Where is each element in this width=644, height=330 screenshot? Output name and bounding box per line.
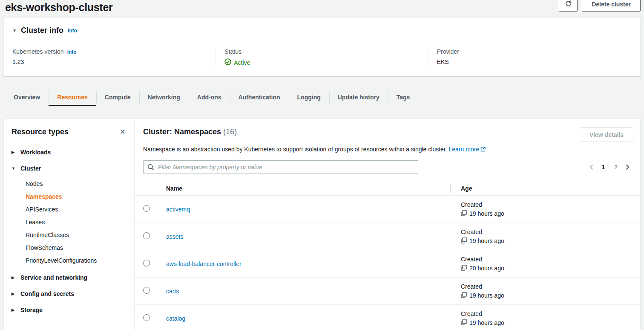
resource-item-nodes[interactable]: Nodes [12,177,126,190]
kubernetes-version-value: 1.23 [12,58,207,65]
column-header-age[interactable]: Age [450,185,640,192]
resource-item-runtimeclasses[interactable]: RuntimeClasses [12,229,126,241]
row-radio[interactable] [143,314,150,321]
created-label: Created [461,283,640,290]
group-header-cluster[interactable]: ▼ Cluster [12,160,126,177]
page-title: eks-workshop-cluster [5,1,112,14]
tab-overview[interactable]: Overview [5,88,49,106]
copy-icon[interactable] [461,265,467,272]
created-label: Created [461,256,640,263]
table-row-aws-load-balancer-controller: aws-load-balancer-controller Created 20 … [135,250,640,278]
group-label: Storage [20,307,43,313]
next-page-button[interactable] [625,164,630,171]
provider-label: Provider [437,48,459,55]
resource-item-apiservices[interactable]: APIServices [12,203,126,216]
provider-field: Provider EKS [428,48,640,67]
row-radio[interactable] [143,232,150,239]
page-number-2[interactable]: 2 [612,164,619,171]
tab-add-ons[interactable]: Add-ons [189,88,230,106]
resource-item-flowschemas[interactable]: FlowSchemas [12,241,126,254]
tab-compute[interactable]: Compute [96,88,139,106]
refresh-button[interactable] [559,0,578,12]
view-details-button[interactable]: View details [580,127,633,142]
namespace-link[interactable]: activemq [166,206,190,213]
namespaces-title: Cluster: Namespaces [143,127,221,136]
chevron-right-icon: ▶ [12,150,16,154]
group-cluster: ▼ Cluster Nodes Namespaces APIServices L… [12,160,126,269]
group-storage: ▶ Storage [12,302,126,318]
header-actions: Delete cluster [559,0,641,12]
refresh-icon [565,0,572,9]
table-header: Name Age [135,181,640,196]
resources-card: Resource types ✕ ▶ Workloads ▼ Cluster N… [3,119,641,330]
chevron-right-icon: ▶ [12,308,16,312]
tab-logging[interactable]: Logging [289,88,329,106]
table-row-assets: assets Created 19 hours ago [135,223,640,250]
created-label: Created [461,229,640,235]
copy-icon[interactable] [461,319,467,327]
row-radio[interactable] [143,260,150,266]
tab-authentication[interactable]: Authentication [230,88,289,106]
cluster-info-title: Cluster info [21,26,63,35]
resource-item-leases[interactable]: Leases [12,216,126,229]
copy-icon[interactable] [461,237,467,245]
age-value: 19 hours ago [469,210,504,217]
copy-icon[interactable] [461,292,467,299]
namespaces-description: Namespace is an abstraction used by Kube… [143,146,447,153]
provider-value: EKS [437,58,632,65]
status-label: Status [224,48,242,55]
tab-update-history[interactable]: Update history [329,88,388,106]
namespace-link[interactable]: carts [166,288,179,295]
group-header-service-and-networking[interactable]: ▶ Service and networking [12,269,126,286]
tab-resources[interactable]: Resources [49,88,96,106]
group-service-and-networking: ▶ Service and networking [12,269,126,286]
age-value: 20 hours ago [469,265,504,272]
age-value: 19 hours ago [469,292,504,299]
group-label: Service and networking [20,274,87,281]
chevron-down-icon: ▼ [12,166,16,171]
cluster-info-header: ▼ Cluster info Info [4,18,640,42]
chevron-right-icon: ▶ [12,275,16,280]
kubernetes-version-label: Kubernetes version [12,48,64,55]
table-row-activemq: activemq Created 19 hours ago [135,196,640,223]
column-header-name[interactable]: Name [166,185,450,192]
group-header-workloads[interactable]: ▶ Workloads [12,144,126,160]
age-value: 19 hours ago [469,237,504,244]
group-workloads: ▶ Workloads [12,144,126,160]
namespaces-count: (16) [223,127,237,136]
pagination: 1 2 [589,164,633,171]
page-number-1[interactable]: 1 [600,164,607,171]
namespace-link[interactable]: catalog [166,315,185,322]
learn-more-link[interactable]: Learn more [449,146,480,153]
delete-cluster-button[interactable]: Delete cluster [582,0,641,12]
namespaces-table: Name Age activemq Created 19 hours ago [135,181,640,330]
created-label: Created [461,310,640,317]
age-value: 19 hours ago [469,319,504,326]
page-header: eks-workshop-cluster Delete cluster [0,0,644,18]
table-row-carts: carts Created 19 hours ago [135,278,640,305]
collapse-caret-down-icon[interactable]: ▼ [12,28,17,33]
namespace-link[interactable]: assets [166,233,183,240]
copy-icon[interactable] [461,210,467,217]
group-header-config-and-secrets[interactable]: ▶ Config and secrets [12,286,126,302]
namespaces-panel: Cluster: Namespaces (16) View details Na… [135,119,640,330]
table-row-catalog: catalog Created 19 hours ago [135,305,640,330]
resource-item-prioritylevelconfigurations[interactable]: PriorityLevelConfigurations [12,254,126,267]
namespace-link[interactable]: aws-load-balancer-controller [166,261,242,267]
kubernetes-version-info-link[interactable]: Info [67,49,77,55]
eks-console-page: eks-workshop-cluster Delete cluster ▼ Cl… [0,0,644,330]
tab-tags[interactable]: Tags [388,88,419,106]
resource-types-panel: Resource types ✕ ▶ Workloads ▼ Cluster N… [4,119,135,330]
row-radio[interactable] [143,205,150,212]
close-icon[interactable]: ✕ [119,127,126,136]
row-radio[interactable] [143,287,150,294]
tab-networking[interactable]: Networking [139,88,189,106]
group-label: Cluster [20,165,41,172]
chevron-right-icon: ▶ [12,292,16,296]
cluster-info-info-link[interactable]: Info [68,28,77,34]
resource-item-namespaces[interactable]: Namespaces [12,190,126,203]
previous-page-button[interactable] [589,164,594,171]
filter-input[interactable] [143,160,418,174]
created-label: Created [461,201,640,208]
group-header-storage[interactable]: ▶ Storage [12,302,126,318]
